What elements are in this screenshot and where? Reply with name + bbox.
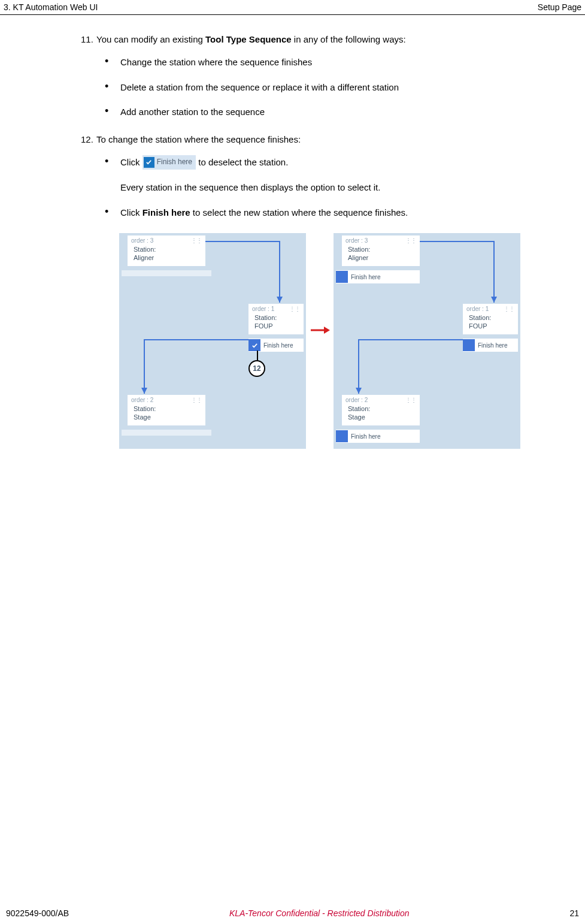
finish-here-selected[interactable]: Finish here: [248, 339, 304, 352]
svg-marker-4: [491, 297, 497, 303]
bullet-body: Click Finish here to select the new stat…: [120, 206, 549, 219]
transition-arrow: [310, 324, 330, 336]
drag-icon: ⋮⋮: [405, 397, 416, 403]
bullet-body: Click Finish here to deselect the statio…: [120, 156, 549, 194]
step-12-number: 12.: [81, 133, 96, 146]
step-11-text: You can modify an existing Tool Type Seq…: [96, 33, 549, 46]
station-label: Station:: [348, 405, 370, 412]
station-card-stage[interactable]: order : 2⋮⋮ Station:Stage: [128, 395, 205, 425]
station-card-stage[interactable]: order : 2⋮⋮ Station:Stage: [342, 395, 420, 425]
square-icon: [336, 430, 348, 442]
diagram-left: order : 3⋮⋮ Station:Aligner order : 1⋮⋮ …: [119, 233, 306, 449]
drag-icon: ⋮⋮: [289, 306, 300, 312]
station-card-foup[interactable]: order : 1⋮⋮ Station:FOUP: [248, 304, 304, 334]
finish-here-button[interactable]: Finish here: [143, 155, 196, 170]
station-name: Aligner: [348, 254, 368, 261]
order-label: order : 1: [466, 306, 489, 312]
station-name: Aligner: [134, 254, 154, 261]
sequence-diagram: order : 3⋮⋮ Station:Aligner order : 1⋮⋮ …: [119, 233, 549, 449]
finish-here-option[interactable]: Finish here: [463, 339, 518, 352]
order-label: order : 2: [345, 397, 368, 403]
order-label: order : 3: [345, 237, 368, 244]
step-11-bullets: • Change the station where the sequence …: [105, 56, 549, 119]
step-12-text: To change the station where the sequence…: [96, 133, 549, 146]
page-footer: 9022549-000/AB KLA-Tencor Confidential -…: [0, 908, 585, 918]
step-11-pre: You can modify an existing: [96, 34, 205, 44]
bullet-icon: •: [105, 156, 120, 194]
list-item: • Change the station where the sequence …: [105, 56, 549, 69]
finish-here-label: Finish here: [263, 342, 293, 349]
station-label: Station:: [134, 405, 156, 412]
station-label: Station:: [134, 246, 156, 253]
finish-here-label: Finish here: [351, 274, 380, 280]
drag-icon: ⋮⋮: [405, 237, 416, 244]
station-label: Station:: [348, 246, 370, 253]
station-name: Stage: [348, 413, 365, 421]
diagram-right: order : 3⋮⋮ Station:Aligner Finish here …: [334, 233, 520, 449]
station-card-foup[interactable]: order : 1⋮⋮ Station:FOUP: [463, 304, 518, 334]
square-icon: [336, 271, 348, 283]
svg-marker-3: [324, 327, 330, 334]
order-label: order : 2: [131, 397, 153, 403]
station-name: FOUP: [469, 322, 487, 330]
order-label: order : 3: [131, 237, 153, 244]
check-icon: [248, 339, 260, 351]
finish-here-label: Finish here: [157, 157, 192, 167]
b1-post: to deselect the station.: [198, 157, 288, 167]
list-item: • Click Finish here to deselect the stat…: [105, 156, 549, 194]
step-11: 11. You can modify an existing Tool Type…: [81, 33, 549, 46]
header-left: 3. KT Automation Web UI: [4, 2, 98, 12]
finish-here-option[interactable]: Finish here: [336, 430, 420, 443]
svg-marker-5: [356, 388, 362, 394]
drag-icon: ⋮⋮: [191, 397, 202, 403]
station-name: FOUP: [254, 322, 273, 330]
step-11-post: in any of the following ways:: [292, 34, 406, 44]
step-11-number: 11.: [81, 33, 96, 46]
list-item: • Add another station to the sequence: [105, 105, 549, 119]
svg-marker-0: [277, 297, 283, 303]
drag-icon: ⋮⋮: [504, 306, 514, 312]
step-12: 12. To change the station where the sequ…: [81, 133, 549, 146]
list-item: • Delete a station from the sequence or …: [105, 81, 549, 94]
bullet-icon: •: [105, 56, 120, 69]
svg-marker-1: [141, 388, 147, 394]
content-area: 11. You can modify an existing Tool Type…: [0, 15, 585, 449]
square-icon: [463, 339, 475, 351]
bullet-icon: •: [105, 206, 120, 219]
station-label: Station:: [254, 314, 277, 321]
header-right: Setup Page: [538, 2, 581, 12]
b2-post: to select the new station where the sequ…: [190, 207, 408, 218]
footer-confidential: KLA-Tencor Confidential - Restricted Dis…: [229, 908, 410, 918]
station-name: Stage: [134, 413, 151, 421]
card-slot: [122, 430, 211, 436]
station-card-aligner[interactable]: order : 3⋮⋮ Station:Aligner: [342, 235, 420, 266]
b1-extra: Every station in the sequence then displ…: [120, 181, 549, 194]
b1-pre: Click: [120, 157, 143, 167]
callout-number: 12: [253, 364, 260, 373]
b2-bold: Finish here: [143, 207, 190, 218]
list-item: • Click Finish here to select the new st…: [105, 206, 549, 219]
b2-pre: Click: [120, 207, 143, 218]
footer-doc-id: 9022549-000/AB: [6, 908, 69, 918]
finish-here-label: Finish here: [478, 342, 507, 349]
bullet-text: Add another station to the sequence: [120, 105, 549, 119]
step-12-bullets: • Click Finish here to deselect the stat…: [105, 156, 549, 219]
bullet-icon: •: [105, 105, 120, 119]
card-slot: [122, 270, 211, 276]
station-label: Station:: [469, 314, 491, 321]
order-label: order : 1: [252, 306, 274, 312]
station-card-aligner[interactable]: order : 3⋮⋮ Station:Aligner: [128, 235, 205, 266]
callout-badge: 12: [248, 360, 265, 377]
bullet-text: Delete a station from the sequence or re…: [120, 81, 549, 94]
check-icon: [144, 157, 154, 168]
bullet-text: Change the station where the sequence fi…: [120, 56, 549, 69]
bullet-icon: •: [105, 81, 120, 94]
page-header: 3. KT Automation Web UI Setup Page: [0, 0, 585, 15]
step-11-bold: Tool Type Sequence: [205, 34, 292, 44]
finish-here-option[interactable]: Finish here: [336, 270, 420, 283]
drag-icon: ⋮⋮: [191, 237, 202, 244]
footer-page-number: 21: [569, 908, 579, 918]
finish-here-label: Finish here: [351, 433, 380, 440]
